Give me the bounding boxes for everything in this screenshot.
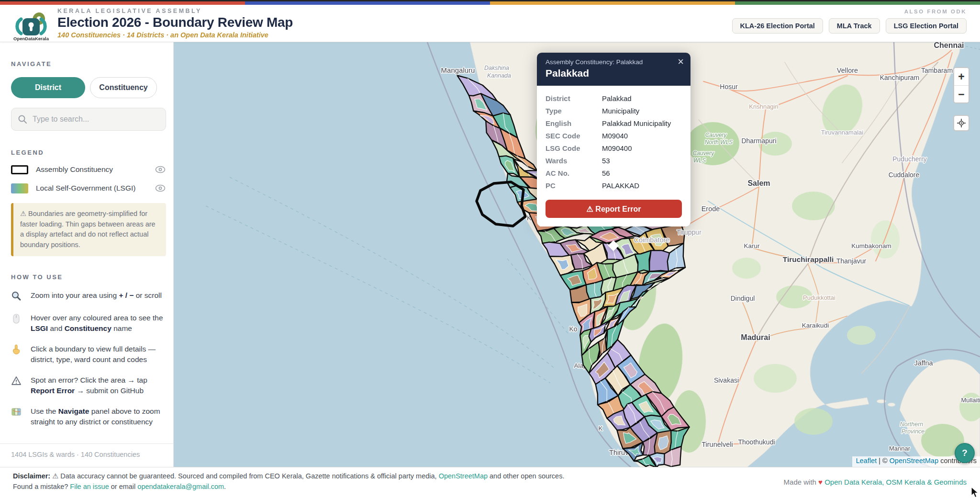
popup-row-lsg-code: LSG CodeM090400	[546, 144, 682, 152]
toggle-district-button[interactable]: District	[11, 77, 85, 98]
popup-body: DistrictPalakkadTypeMunicipalityEnglishP…	[537, 86, 690, 227]
app-header: OpenDataKerala KERALA LEGISLATIVE ASSEMB…	[0, 5, 980, 42]
legend-item-label: Assembly Constituency	[36, 165, 155, 175]
howto-section-label: HOW TO USE	[11, 273, 166, 281]
map-label: Pudukkottai	[803, 294, 835, 301]
link[interactable]: opendatakerala@gmail.com	[137, 483, 224, 490]
map-label: Cuddalore	[889, 171, 920, 179]
header-eyebrow: KERALA LEGISLATIVE ASSEMBLY	[57, 8, 293, 14]
popup-row-district: DistrictPalakkad	[546, 94, 682, 102]
search-box	[11, 108, 166, 131]
map-label: Ko	[569, 325, 577, 333]
link[interactable]: OpenStreetMap	[890, 457, 938, 465]
finger-icon	[11, 344, 22, 365]
map-label: Tirunelveli	[702, 441, 733, 448]
howto-item: Spot an error? Click the area → tap Repo…	[11, 375, 166, 397]
help-button[interactable]: ?	[955, 443, 975, 463]
assembly-constituency-swatch	[11, 165, 28, 174]
howto-text: Hover over any coloured area to see the …	[31, 313, 166, 334]
page-footer: Disclaimer: ⚠ Data accuracy cannot be gu…	[0, 467, 980, 499]
map-label: Vellore	[837, 67, 858, 74]
map-label: Northern	[900, 421, 924, 428]
popup-title: Palakkad	[546, 68, 683, 79]
header-link-kla-26-election-portal[interactable]: KLA-26 Election Portal	[732, 18, 823, 34]
popup-row-english: EnglishPalakkad Municipality	[546, 119, 682, 127]
lsgi-swatch	[11, 183, 28, 193]
map-label: Karaikudi	[802, 322, 829, 329]
header-links: KLA-26 Election PortalMLA TrackLSG Elect…	[726, 18, 967, 34]
eye-visibility-icon[interactable]	[155, 184, 166, 192]
map-label: Mannar	[889, 445, 911, 452]
map-label: Thoothukudi	[738, 438, 775, 446]
howto-text: Zoom into your area using + / − or scrol…	[31, 290, 162, 303]
lsgi-polygon[interactable]	[635, 250, 651, 272]
map-label: WLS	[693, 157, 706, 164]
legend-item-label: Local Self-Government (LSGI)	[36, 183, 155, 193]
zoom-in-button[interactable]: +	[954, 68, 969, 86]
map-label: K	[598, 425, 602, 432]
map-label: Coimbatore	[634, 236, 670, 244]
header-link-mla-track[interactable]: MLA Track	[829, 18, 880, 34]
map-label: Dharmapuri	[741, 137, 776, 145]
link[interactable]: File an issue	[70, 483, 109, 490]
map-label: Jaffna	[914, 359, 933, 367]
popup-row-sec-code: SEC CodeM09040	[546, 132, 682, 140]
magnifier-icon	[11, 290, 22, 303]
brand-color-strip	[0, 0, 980, 5]
map-label: Karur	[744, 242, 760, 250]
navigate-toggle: District Constituency	[11, 77, 166, 98]
map-label: Province	[902, 428, 925, 435]
link[interactable]: Open Data Kerala, OSM Kerala & Geominds	[824, 478, 967, 486]
map-label: Kanchipuram	[880, 74, 920, 81]
close-icon[interactable]: ×	[678, 57, 684, 67]
made-with-credit: Made with ♥ Open Data Kerala, OSM Kerala…	[784, 478, 967, 486]
howto-list: Zoom into your area using + / − or scrol…	[11, 290, 166, 428]
map-label: Krishnagiri	[749, 103, 779, 110]
header-link-lsg-election-portal[interactable]: LSG Election Portal	[886, 18, 967, 34]
map-label: Dindigul	[731, 295, 755, 302]
howto-item: Zoom into your area using + / − or scrol…	[11, 290, 166, 303]
legend-section-label: LEGEND	[11, 149, 166, 156]
zoom-control: + −	[953, 67, 969, 103]
map-label: Kannada	[487, 72, 511, 79]
map-label: Cauvery	[693, 150, 715, 157]
map-label: Chennai	[934, 42, 964, 49]
mouse-cursor	[970, 487, 980, 498]
map-label: Madurai	[741, 333, 770, 341]
map-label: Tiruchirappalli	[783, 255, 834, 263]
map-label: Kumbakonam	[851, 242, 891, 250]
boundary-warning-note: ⚠ Boundaries are geometry-simplified for…	[11, 203, 166, 256]
report-error-button[interactable]: ⚠ Report Error	[546, 200, 682, 218]
link[interactable]: Leaflet	[856, 457, 877, 465]
map-label: Thanjavur	[836, 257, 867, 265]
howto-item: Hover over any coloured area to see the …	[11, 313, 166, 334]
constituency-popup: Assembly Constituency: Palakkad Palakkad…	[537, 53, 690, 227]
eye-visibility-icon[interactable]	[155, 166, 166, 173]
map-label: Hosur	[720, 83, 738, 91]
opendatakerala-logo: OpenDataKerala	[12, 7, 50, 41]
popup-row-ac-no-: AC No.56	[546, 169, 682, 177]
zoom-out-button[interactable]: −	[954, 86, 969, 103]
search-input[interactable]	[11, 108, 166, 131]
navigate-section-label: NAVIGATE	[11, 60, 166, 68]
mouse-icon	[11, 313, 22, 334]
map-label: Puducherry	[892, 155, 927, 163]
lsgi-polygon[interactable]	[649, 250, 669, 272]
locate-button[interactable]	[953, 115, 969, 131]
map-label: North WLS	[705, 139, 733, 146]
popup-row-pc: PCPALAKKAD	[546, 181, 682, 190]
crosshair-icon	[957, 118, 966, 128]
map-label: Salem	[747, 179, 770, 187]
popup-row-wards: Wards53	[546, 157, 682, 165]
link[interactable]: OpenStreetMap	[439, 472, 488, 480]
toggle-constituency-button[interactable]: Constituency	[90, 77, 157, 98]
popup-eyebrow: Assembly Constituency: Palakkad	[546, 58, 683, 66]
howto-item: Use the Navigate panel above to zoom str…	[11, 406, 166, 428]
also-from-odk-label: ALSO FROM ODK	[726, 9, 967, 14]
map-label: Tiruvannamalai	[821, 129, 864, 136]
howto-text: Use the Navigate panel above to zoom str…	[31, 406, 166, 428]
map-label: Tiruppur	[677, 228, 702, 236]
map-label: Sivakasi	[714, 376, 739, 384]
popup-row-type: TypeMunicipality	[546, 107, 682, 115]
map-label: Erode	[702, 205, 720, 213]
